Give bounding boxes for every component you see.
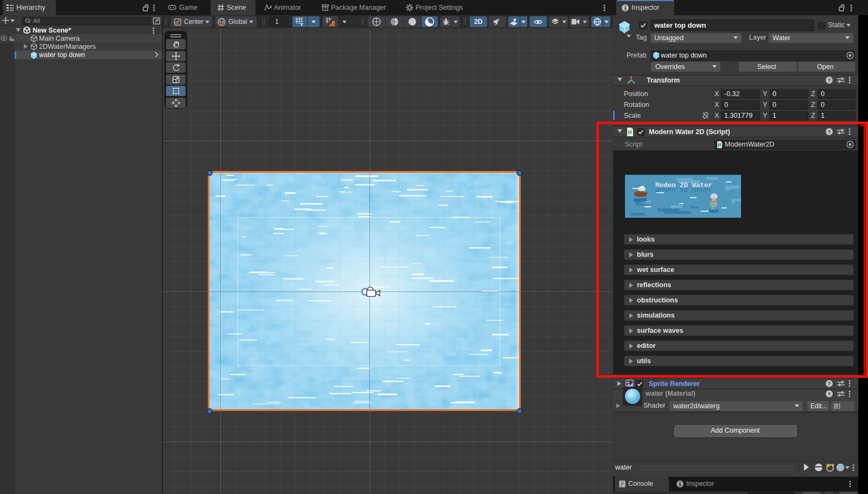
svg-text:?: ? xyxy=(827,381,831,387)
svg-text:?: ? xyxy=(827,391,831,397)
svg-text:Y: Y xyxy=(300,22,303,26)
svg-text:?: ? xyxy=(827,77,831,83)
